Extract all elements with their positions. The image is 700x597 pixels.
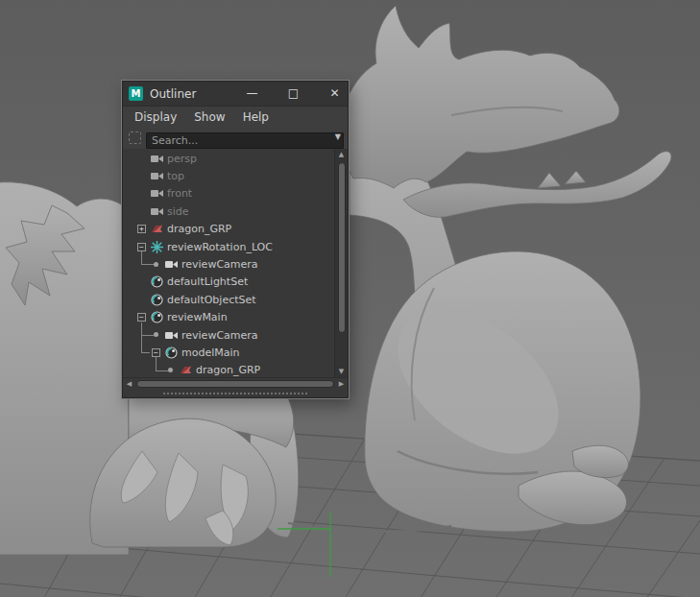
tree-row-dragon_GRP[interactable]: +dragon_GRP [134, 221, 334, 238]
scroll-up-icon[interactable]: ▲ [339, 149, 344, 160]
tree-connector-bullet [149, 326, 163, 344]
maya-logo-icon: M [129, 86, 143, 101]
set-icon [163, 346, 179, 359]
node-label: persp [167, 153, 197, 165]
node-label: side [167, 205, 189, 218]
expander-box[interactable]: − [137, 243, 146, 251]
tree-row-persp[interactable]: persp [134, 150, 334, 167]
resize-grip-row [123, 390, 348, 397]
node-label: front [167, 187, 192, 200]
camera-icon [149, 204, 164, 218]
collapse-icon[interactable]: − [149, 344, 163, 361]
node-label: reviewCamera [181, 329, 258, 342]
title-bar[interactable]: M Outliner — □ ✕ [123, 82, 348, 106]
tree-row-reviewMain[interactable]: −reviewMain [134, 309, 334, 326]
tree-row-reviewCamera[interactable]: reviewCamera [134, 255, 334, 273]
menu-show[interactable]: Show [185, 107, 233, 128]
close-button[interactable]: ✕ [327, 82, 342, 106]
menu-bar: Display Show Help [123, 106, 348, 127]
outliner-tree: persptopfrontside+dragon_GRP−reviewRotat… [123, 150, 334, 377]
tree-connector-bullet [149, 255, 163, 273]
node-label: modelMain [181, 346, 240, 359]
tree-connector-elbow [149, 362, 163, 377]
tree-connector-bullet [163, 362, 178, 377]
outliner-window: M Outliner — □ ✕ Display Show Help ▼ per… [122, 81, 349, 398]
transform-icon [178, 364, 193, 377]
expand-icon[interactable]: + [134, 221, 149, 238]
tree-connector-blank [134, 150, 149, 167]
menu-help[interactable]: Help [234, 107, 278, 128]
expander-box[interactable]: − [152, 348, 160, 357]
selection-filter-icon[interactable] [129, 131, 141, 144]
search-row: ▼ [123, 127, 348, 149]
tree-row-reviewRotation_LOC[interactable]: −reviewRotation_LOC [134, 238, 334, 255]
node-label: defaultObjectSet [167, 294, 256, 306]
collapse-icon[interactable]: − [134, 309, 149, 326]
maximize-button[interactable]: □ [286, 82, 301, 106]
camera-icon [149, 187, 164, 201]
tree-row-reviewCamera[interactable]: reviewCamera [134, 326, 334, 344]
tree-row-defaultObjectSet[interactable]: defaultObjectSet [134, 291, 334, 308]
camera-icon [149, 170, 164, 183]
node-label: reviewMain [167, 311, 228, 323]
tree-connector-blank [134, 362, 149, 377]
tree-row-dragon_GRP[interactable]: dragon_GRP [134, 362, 334, 377]
window-title: Outliner [150, 87, 245, 101]
maya-viewport-stage: M Outliner — □ ✕ Display Show Help ▼ per… [0, 0, 700, 597]
node-label: defaultLightSet [167, 275, 248, 288]
tree-connector-elbow [134, 344, 149, 361]
scroll-down-icon[interactable]: ▼ [339, 366, 344, 377]
locator-icon [149, 240, 164, 253]
transform-icon [149, 223, 164, 236]
tree-row-side[interactable]: side [134, 203, 334, 220]
menu-display[interactable]: Display [126, 107, 185, 128]
scroll-left-icon[interactable]: ◀ [123, 380, 135, 388]
resize-grip[interactable] [163, 393, 307, 394]
tree-connector-tee [134, 326, 149, 344]
vertical-scrollbar[interactable]: ▲ ▼ [334, 149, 348, 377]
camera-icon [149, 152, 164, 165]
tree-connector-elbow [134, 255, 149, 273]
camera-icon [163, 328, 179, 342]
tree-area: persptopfrontside+dragon_GRP−reviewRotat… [123, 149, 348, 377]
tree-row-defaultLightSet[interactable]: defaultLightSet [134, 274, 334, 291]
set-icon [149, 275, 164, 289]
expander-box[interactable]: + [137, 225, 146, 233]
set-icon [149, 311, 164, 324]
node-label: dragon_GRP [196, 364, 260, 376]
scroll-right-icon[interactable]: ▶ [335, 380, 348, 388]
set-icon [149, 293, 164, 306]
minimize-button[interactable]: — [245, 82, 259, 106]
tree-connector-blank [134, 203, 149, 220]
tree-connector-blank [134, 185, 149, 203]
tree-connector-blank [134, 167, 149, 184]
node-label: dragon_GRP [167, 223, 231, 235]
search-dropdown-icon[interactable]: ▼ [335, 132, 341, 141]
horizontal-scrollbar[interactable]: ◀ ▶ [123, 377, 348, 390]
node-label: reviewCamera [181, 258, 258, 271]
camera-icon [163, 258, 179, 272]
tree-row-modelMain[interactable]: −modelMain [134, 344, 334, 361]
tree-connector-blank [134, 291, 149, 308]
tree-row-top[interactable]: top [134, 167, 334, 184]
node-label: top [167, 170, 184, 182]
tree-row-front[interactable]: front [134, 185, 334, 203]
horizontal-scroll-thumb[interactable] [136, 380, 334, 388]
vertical-scroll-thumb[interactable] [338, 162, 346, 333]
search-input[interactable] [146, 132, 344, 149]
tree-connector-blank [134, 274, 149, 291]
collapse-icon[interactable]: − [134, 238, 149, 255]
viewport-canvas[interactable] [0, 0, 700, 597]
node-label: reviewRotation_LOC [167, 241, 273, 253]
expander-box[interactable]: − [137, 313, 146, 322]
